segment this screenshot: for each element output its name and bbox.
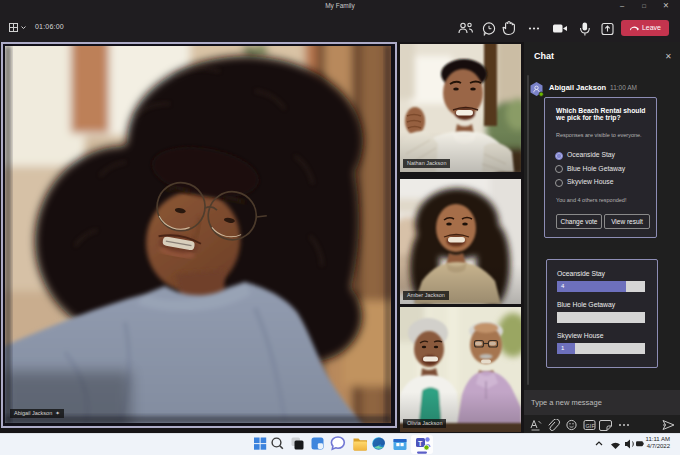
svg-text:T: T (418, 440, 423, 447)
svg-text:GIF: GIF (586, 423, 596, 429)
